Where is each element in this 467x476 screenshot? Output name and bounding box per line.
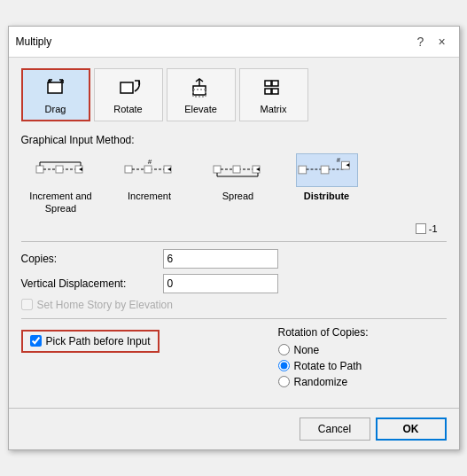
set-home-story-label: Set Home Story by Elevation — [37, 299, 173, 311]
copies-input[interactable] — [163, 249, 278, 269]
rotation-none-row: None — [278, 344, 447, 356]
drag-label: Drag — [45, 104, 66, 114]
elevate-label: Elevate — [184, 104, 217, 114]
drag-icon — [43, 75, 68, 100]
svg-rect-23 — [125, 166, 132, 173]
title-bar: Multiply ? × — [9, 27, 459, 58]
matrix-tool-button[interactable]: Matrix — [239, 68, 308, 121]
rotation-randomize-radio[interactable] — [278, 376, 290, 387]
vertical-displacement-label: Vertical Displacement: — [21, 277, 163, 290]
pick-path-label: Pick Path before Input — [46, 335, 151, 347]
gim-increment-icon: # — [119, 153, 181, 187]
matrix-icon — [261, 75, 286, 100]
cancel-button[interactable]: Cancel — [300, 417, 370, 441]
svg-rect-31 — [233, 166, 240, 173]
gim-increment-and-spread-icon — [30, 153, 92, 187]
divider-1 — [21, 241, 447, 242]
minus-one-box — [416, 223, 426, 234]
rotation-randomize-label: Randomize — [294, 376, 348, 388]
vertical-displacement-input[interactable] — [163, 274, 278, 293]
ok-button[interactable]: OK — [376, 417, 447, 441]
svg-rect-0 — [48, 82, 62, 93]
svg-text:#: # — [147, 158, 152, 166]
elevate-tool-button[interactable]: Elevate — [167, 68, 236, 121]
vertical-displacement-row: Vertical Displacement: — [21, 274, 447, 293]
svg-rect-11 — [265, 81, 271, 86]
gim-increment-and-spread[interactable]: Increment andSpread — [21, 153, 101, 214]
gim-distribute-label: Distribute — [304, 191, 349, 202]
close-button[interactable]: × — [432, 32, 452, 51]
rotation-path-label: Rotate to Path — [294, 360, 362, 372]
svg-rect-7 — [121, 82, 133, 93]
gim-distribute-icon: # — [296, 153, 358, 187]
svg-rect-14 — [272, 89, 278, 94]
rotation-randomize-row: Randomize — [278, 376, 447, 388]
dialog-footer: Cancel OK — [9, 408, 459, 449]
svg-rect-25 — [144, 166, 152, 173]
copies-label: Copies: — [21, 253, 163, 265]
rotation-path-row: Rotate to Path — [278, 360, 447, 372]
pick-path-area: Pick Path before Input — [21, 326, 269, 392]
graphical-input-methods: Increment andSpread # Increment — [21, 153, 447, 214]
svg-text:#: # — [336, 157, 340, 165]
svg-rect-37 — [298, 166, 306, 174]
copies-row: Copies: — [21, 249, 447, 269]
gim-spread-icon — [207, 153, 269, 187]
set-home-story-row: Set Home Story by Elevation — [21, 299, 447, 311]
tool-buttons-row: Drag Rotate Elevate — [21, 68, 447, 121]
svg-rect-17 — [56, 166, 63, 173]
gim-increment[interactable]: # Increment — [110, 153, 190, 202]
dialog-content: Drag Rotate Elevate — [9, 58, 459, 400]
gim-increment-and-spread-label: Increment andSpread — [29, 191, 91, 214]
svg-rect-15 — [36, 166, 43, 173]
svg-rect-39 — [321, 166, 329, 174]
minus-one-row: -1 — [21, 223, 447, 234]
graphical-input-label: Graphical Input Method: — [21, 134, 447, 146]
rotation-path-radio[interactable] — [278, 360, 290, 371]
rotate-tool-button[interactable]: Rotate — [94, 68, 163, 121]
set-home-story-checkbox[interactable] — [21, 299, 33, 310]
svg-rect-12 — [272, 81, 278, 86]
bottom-section: Pick Path before Input Rotation of Copie… — [21, 326, 447, 392]
title-bar-controls: ? × — [411, 32, 452, 51]
rotation-area: Rotation of Copies: None Rotate to Path … — [269, 326, 447, 392]
pick-path-box[interactable]: Pick Path before Input — [21, 330, 160, 353]
rotation-none-label: None — [294, 344, 320, 356]
matrix-label: Matrix — [261, 104, 287, 114]
gim-distribute[interactable]: # Distribute — [287, 153, 367, 202]
divider-2 — [21, 318, 447, 319]
minus-one-label: -1 — [429, 223, 438, 234]
svg-rect-8 — [193, 86, 206, 95]
gim-spread[interactable]: Spread — [198, 153, 278, 202]
rotation-title: Rotation of Copies: — [278, 326, 447, 339]
multiply-dialog: Multiply ? × Drag — [8, 26, 460, 449]
rotate-label: Rotate — [113, 104, 142, 114]
help-button[interactable]: ? — [411, 32, 431, 51]
elevate-icon — [189, 75, 214, 100]
pick-path-checkbox[interactable] — [30, 335, 42, 347]
gim-spread-label: Spread — [222, 191, 253, 202]
gim-increment-label: Increment — [128, 191, 171, 202]
drag-tool-button[interactable]: Drag — [21, 68, 90, 121]
svg-rect-29 — [214, 166, 221, 173]
rotate-icon — [116, 75, 141, 100]
window-title: Multiply — [16, 35, 411, 48]
rotation-none-radio[interactable] — [278, 344, 290, 355]
svg-rect-13 — [265, 89, 271, 94]
